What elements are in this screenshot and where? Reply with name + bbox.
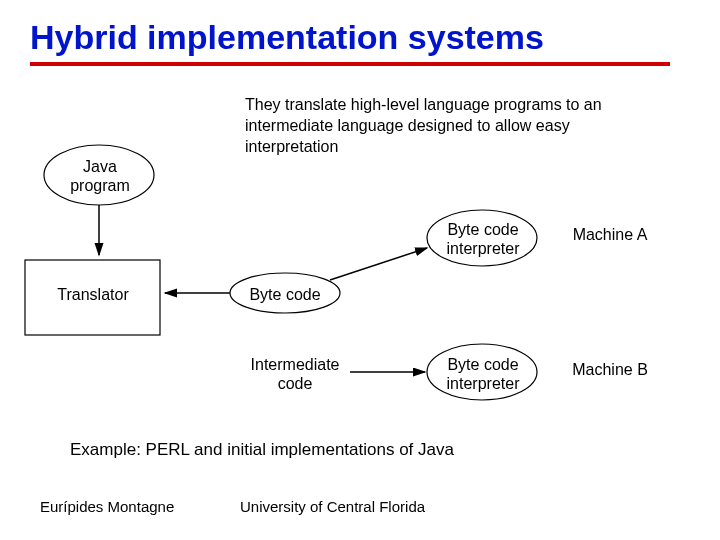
node-interpreter-b-label: Byte code interpreter [438, 355, 528, 393]
node-translator-label: Translator [48, 285, 138, 304]
node-interpreter-a-label: Byte code interpreter [438, 220, 528, 258]
title-underline [30, 62, 670, 66]
footer-author: Eurípides Montagne [40, 498, 174, 515]
node-byte-code-label: Byte code [240, 285, 330, 304]
arrow-bytecode-to-interpreter-a [330, 248, 427, 280]
example-text: Example: PERL and initial implementation… [70, 440, 454, 460]
machine-a-label: Machine A [565, 225, 655, 244]
footer-institution: University of Central Florida [240, 498, 425, 515]
node-java-program-label: Java program [60, 157, 140, 195]
machine-b-label: Machine B [565, 360, 655, 379]
node-intermediate-code-label: Intermediate code [240, 355, 350, 393]
slide-title: Hybrid implementation systems [30, 18, 690, 57]
description-text: They translate high-level language progr… [245, 95, 665, 157]
